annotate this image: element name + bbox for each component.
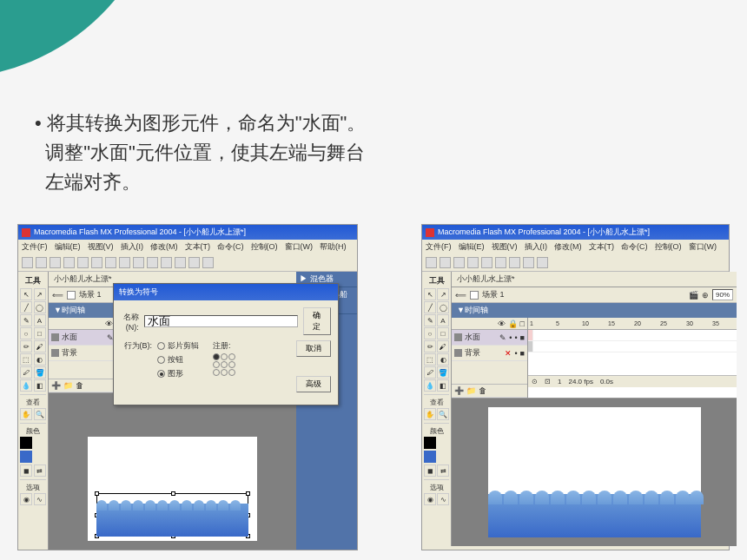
onion-icon[interactable]: ⊙ [532,378,538,385]
stage[interactable] [488,407,701,537]
ink-tool[interactable]: 🖊 [20,366,32,379]
lock-icon[interactable]: 🔒 [508,320,518,328]
tb-align[interactable] [202,257,214,268]
rect-tool[interactable]: □ [34,327,46,339]
menu-window[interactable]: 窗口(W) [285,241,314,253]
menu-control[interactable]: 控制(O) [251,241,278,253]
name-input[interactable] [144,315,298,327]
arrow-tool[interactable]: ↖ [20,288,32,300]
tb-new[interactable] [22,257,33,268]
back-icon[interactable]: ⟸ [455,291,466,300]
radio-button[interactable]: 按钮 [157,354,199,366]
gradient-tool[interactable]: ◐ [34,353,46,366]
tb-undo[interactable] [119,257,130,268]
rect-tool[interactable]: □ [437,327,449,339]
fill-color[interactable] [424,451,436,463]
brush-tool[interactable]: 🖌 [34,340,46,352]
oval-tool[interactable]: ○ [424,327,436,339]
menu-command[interactable]: 命令(C) [621,241,648,253]
bucket-tool[interactable]: 🪣 [34,366,46,379]
tb-rotate[interactable] [175,257,186,268]
tb-undo[interactable] [523,257,534,268]
menu-command[interactable]: 命令(C) [217,241,244,253]
tb-new[interactable] [426,257,437,268]
menu-edit[interactable]: 编辑(E) [459,241,485,253]
ok-button[interactable]: 确定 [303,307,331,335]
tb-redo[interactable] [133,257,144,268]
zoom-select[interactable]: 90% [712,289,733,300]
edit-symbol-icon[interactable]: ⊕ [702,291,709,300]
menu-file[interactable]: 文件(F) [22,241,48,253]
back-icon[interactable]: ⟸ [52,291,63,300]
eye-icon[interactable]: 👁 [498,320,506,328]
opt-snap[interactable]: ◉ [424,493,436,505]
menu-view[interactable]: 视图(V) [492,241,518,253]
default-colors[interactable]: ◼ [424,464,436,477]
cancel-button[interactable]: 取消 [296,340,331,357]
oval-tool[interactable]: ○ [20,327,32,339]
tb-copy[interactable] [495,257,506,268]
menu-help[interactable]: 帮助(H) [320,241,347,253]
dropper-tool[interactable]: 💧 [20,379,32,392]
pen-tool[interactable]: ✎ [424,314,436,326]
tb-snap[interactable] [147,257,158,268]
line-tool[interactable]: ╱ [424,301,436,313]
edit-scene-icon[interactable]: 🎬 [689,291,698,300]
doc-tab[interactable]: 小小船儿水上漂* [452,272,737,287]
add-layer-icon[interactable]: ➕ [454,386,464,395]
radio-movieclip[interactable]: 影片剪辑 [157,340,199,352]
opt-smooth[interactable]: ∿ [34,493,46,505]
menu-modify[interactable]: 修改(M) [554,241,582,253]
ink-tool[interactable]: 🖊 [424,366,436,379]
frames-area[interactable]: 1 5 10 15 20 25 30 35 ⊙ ⊡ [528,318,737,398]
delete-layer-icon[interactable]: 🗑 [76,381,83,390]
line-tool[interactable]: ╱ [20,301,32,313]
radio-graphic[interactable]: 图形 [157,368,199,379]
transform-tool[interactable]: ⬚ [424,353,436,366]
add-layer-icon[interactable]: ➕ [51,381,61,390]
tb-cut[interactable] [77,257,89,268]
delete-layer-icon[interactable]: 🗑 [479,386,486,395]
gradient-tool[interactable]: ◐ [437,353,449,366]
pencil-tool[interactable]: ✏ [20,340,32,352]
dropper-tool[interactable]: 💧 [424,379,436,392]
pen-tool[interactable]: ✎ [20,314,32,326]
hand-tool[interactable]: ✋ [424,408,436,420]
stroke-color[interactable] [20,437,32,449]
menu-window[interactable]: 窗口(W) [689,241,717,253]
tb-open[interactable] [36,257,47,268]
tb-open[interactable] [440,257,451,268]
pencil-tool[interactable]: ✏ [424,340,436,352]
onion-icon2[interactable]: ⊡ [545,378,551,385]
stroke-color[interactable] [424,437,436,449]
add-folder-icon[interactable]: 📁 [63,381,73,390]
zoom-tool[interactable]: 🔍 [34,408,46,420]
menu-text[interactable]: 文本(T) [589,241,615,253]
arrow-tool[interactable]: ↖ [424,288,436,300]
tb-paste[interactable] [509,257,520,268]
stage[interactable] [88,437,257,541]
tb-scale[interactable] [188,257,200,268]
menu-file[interactable]: 文件(F) [426,241,452,253]
tb-redo[interactable] [537,257,548,268]
subselect-tool[interactable]: ↗ [34,288,46,300]
advanced-button[interactable]: 高级 [296,376,331,392]
tb-save[interactable] [50,257,61,268]
tb-paste[interactable] [105,257,116,268]
hand-tool[interactable]: ✋ [20,408,32,420]
fill-color[interactable] [20,451,32,463]
swap-colors[interactable]: ⇄ [34,464,46,477]
menu-modify[interactable]: 修改(M) [150,241,178,253]
layer-water[interactable]: 水面 ✎••■ [452,330,527,346]
eraser-tool[interactable]: ◧ [34,379,46,392]
tb-print[interactable] [467,257,479,268]
layer-bg[interactable]: 背景 ✕•■ [452,346,527,361]
text-tool[interactable]: A [437,314,449,326]
tb-print[interactable] [63,257,75,268]
lasso-tool[interactable]: ◯ [34,301,46,313]
menu-insert[interactable]: 插入(I) [121,241,144,253]
scene-name[interactable]: 场景 1 [79,289,102,300]
tb-save[interactable] [453,257,465,268]
menu-control[interactable]: 控制(O) [655,241,682,253]
tb-copy[interactable] [91,257,102,268]
